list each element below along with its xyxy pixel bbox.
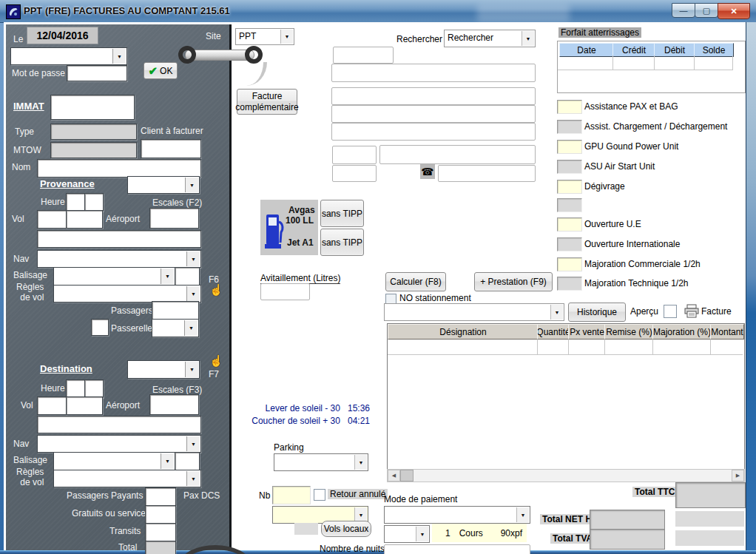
ok-button[interactable]: ✔ OK [144, 62, 178, 79]
prestation-input-assistance-pax[interactable] [557, 100, 582, 114]
provenance-passagers-field[interactable] [152, 301, 199, 320]
prestation-input-majoration-tech[interactable] [557, 277, 582, 291]
provenance-vol-code[interactable] [37, 210, 67, 229]
site-select[interactable]: PPT ▼ [235, 28, 294, 45]
parking-select[interactable]: ▼ [274, 453, 368, 471]
forfait-col-date[interactable]: Date [559, 43, 614, 57]
destination-escales-field[interactable] [149, 394, 199, 415]
provenance-regles-select[interactable]: ▼ [53, 285, 201, 303]
forfait-col-credit[interactable]: Crédit [612, 43, 655, 57]
chevron-down-icon[interactable]: ▼ [161, 453, 174, 469]
title-bar[interactable]: PPT (FRE) FACTURES AU COMPTANT 215.61 — … [0, 0, 756, 23]
provenance-escales-field[interactable] [149, 208, 199, 229]
client-field[interactable] [141, 139, 201, 158]
historique-button[interactable]: Historique [568, 303, 626, 322]
prestation-button[interactable]: + Prestation (F9) [474, 272, 553, 291]
designation-select[interactable]: ▼ [384, 303, 564, 321]
facture-complementaire-button[interactable]: Facture complémentaire [237, 89, 297, 115]
immat-field[interactable] [50, 95, 135, 120]
mode-paiement-select[interactable]: ▼ [384, 506, 530, 524]
chevron-down-icon[interactable]: ▼ [522, 31, 534, 46]
forfait-col-debit[interactable]: Débit [654, 43, 695, 57]
client-code-field[interactable] [333, 47, 394, 64]
destination-balisage-select[interactable]: ▼ [53, 452, 175, 470]
address-field-2[interactable] [331, 105, 536, 123]
payants-field[interactable] [145, 487, 176, 506]
destination-balisage-field[interactable] [175, 452, 200, 470]
destination-heure-hh[interactable] [66, 379, 85, 398]
apercu-checkbox[interactable] [664, 305, 677, 318]
passerelle-checkbox[interactable] [91, 319, 109, 336]
provenance-balisage-select[interactable]: ▼ [53, 267, 175, 286]
destination-heure-mm[interactable] [84, 379, 104, 398]
minimize-button[interactable]: — [672, 3, 695, 18]
address-field-1[interactable] [331, 87, 536, 105]
facture-label[interactable]: Facture [701, 306, 732, 317]
chevron-down-icon[interactable]: ▼ [161, 268, 174, 284]
destination-airport-name-field[interactable] [37, 416, 201, 433]
col-quantite[interactable]: Quantité [537, 324, 570, 340]
prestation-input-gpu[interactable] [557, 140, 582, 154]
printer-icon[interactable] [684, 304, 699, 318]
prestation-input-majoration-com[interactable] [557, 257, 582, 271]
provenance-balisage-field[interactable] [175, 267, 200, 286]
destination-vol-number[interactable] [66, 396, 103, 415]
chevron-down-icon[interactable]: ▼ [186, 471, 200, 486]
provenance-select[interactable]: ▼ [127, 176, 200, 194]
calculer-button[interactable]: Calculer (F8) [385, 272, 446, 291]
chevron-down-icon[interactable]: ▼ [186, 251, 200, 266]
scroll-left-arrow[interactable]: ◀ [388, 470, 400, 482]
prestation-input-degivrage[interactable] [557, 180, 582, 194]
maximize-button[interactable]: ▢ [695, 3, 718, 18]
transits-field[interactable] [145, 523, 176, 541]
nom-field[interactable] [37, 159, 201, 178]
provenance-heure-hh[interactable] [66, 193, 85, 212]
scrollbar-thumb[interactable] [400, 470, 414, 482]
address-field-3[interactable] [331, 123, 536, 141]
provenance-airport-name-field[interactable] [37, 230, 201, 248]
chevron-down-icon[interactable]: ▼ [416, 527, 428, 541]
destination-vol-code[interactable] [37, 396, 67, 415]
sans-tipp-avgas-button[interactable]: sans TIPP [320, 200, 364, 227]
chevron-down-icon[interactable]: ▼ [280, 30, 293, 44]
scroll-right-arrow[interactable]: ▶ [732, 470, 744, 482]
items-table-hscrollbar[interactable]: ◀ ▶ [387, 469, 745, 482]
rechercher-select[interactable]: Rechercher ▼ [444, 30, 536, 47]
retour-annule-checkbox[interactable] [314, 489, 325, 501]
destination-nav-select[interactable]: ▼ [37, 435, 201, 453]
prestation-input-chargement[interactable] [557, 120, 582, 134]
country-field[interactable] [332, 165, 377, 182]
close-button[interactable]: ✕ [718, 3, 750, 19]
prestation-input-asu[interactable] [557, 160, 582, 174]
devise-select[interactable]: ▼ [384, 525, 430, 543]
chevron-down-icon[interactable]: ▼ [184, 320, 198, 336]
hand-pointer-icon[interactable]: ☝ [209, 354, 223, 368]
provenance-vol-number[interactable] [66, 210, 103, 229]
chevron-down-icon[interactable]: ▼ [185, 362, 198, 377]
paiement-detail-field[interactable] [384, 544, 530, 554]
chevron-down-icon[interactable]: ▼ [185, 178, 198, 192]
col-majoration[interactable]: Majoration (%) [652, 324, 712, 340]
password-field[interactable] [67, 65, 127, 81]
prestation-input-ouverture-ue[interactable] [557, 217, 582, 232]
city-field[interactable] [379, 145, 536, 164]
nb-field[interactable] [272, 486, 311, 504]
app-icon[interactable] [6, 4, 21, 19]
destination-select[interactable]: ▼ [127, 360, 200, 379]
forfait-col-solde[interactable]: Solde [694, 43, 734, 57]
col-px-vente[interactable]: Px vente [568, 324, 606, 340]
provenance-heure-mm[interactable] [84, 193, 104, 212]
user-select[interactable]: ▼ [10, 47, 127, 65]
destination-regles-select[interactable]: ▼ [53, 470, 201, 487]
postal-code-field[interactable] [332, 146, 377, 164]
gratuits-field[interactable] [145, 505, 176, 524]
avitaillement-field[interactable] [260, 283, 310, 300]
chevron-down-icon[interactable]: ▼ [354, 507, 367, 522]
chevron-down-icon[interactable]: ▼ [550, 305, 563, 320]
passerelle-select[interactable]: ▼ [152, 319, 199, 337]
provenance-nav-select[interactable]: ▼ [37, 250, 201, 268]
prestation-input-blank[interactable] [557, 198, 582, 212]
client-name-field[interactable] [331, 64, 536, 82]
prestation-input-ouverture-intl[interactable] [557, 237, 582, 251]
vols-locaux-button[interactable]: Vols locaux [321, 521, 371, 537]
